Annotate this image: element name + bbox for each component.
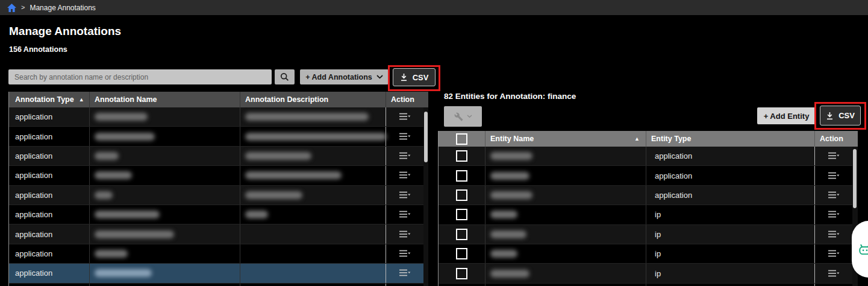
row-actions-menu-button[interactable]: [828, 152, 840, 160]
home-icon[interactable]: [7, 4, 16, 12]
entity-row[interactable]: ip: [439, 205, 858, 224]
annotation-description-cell: [240, 264, 386, 282]
annotation-name-cell: [90, 244, 240, 263]
entity-row[interactable]: ip: [439, 225, 858, 244]
breadcrumb-current[interactable]: Manage Annotations: [30, 4, 95, 12]
row-checkbox[interactable]: [456, 170, 467, 182]
annotation-description-cell: [240, 107, 386, 126]
row-actions-menu-button[interactable]: [828, 172, 840, 180]
checkbox-cell: [439, 264, 486, 282]
action-cell: [815, 284, 852, 286]
csv-export-annotations-button[interactable]: CSV: [393, 68, 436, 86]
redacted-text: [490, 250, 517, 258]
row-checkbox[interactable]: [456, 248, 467, 259]
row-actions-menu-button[interactable]: [399, 230, 411, 238]
add-entity-button[interactable]: + Add Entity: [757, 107, 816, 124]
chat-assistant-launcher[interactable]: [852, 221, 868, 278]
row-checkbox[interactable]: [456, 268, 467, 279]
csv-export-entities-button[interactable]: CSV: [820, 106, 861, 126]
sort-asc-icon: ▲: [634, 136, 640, 142]
annotation-type-cell: application: [9, 147, 90, 165]
row-actions-menu-button[interactable]: [828, 250, 840, 258]
row-actions-menu-button[interactable]: [399, 171, 411, 179]
row-actions-menu-button[interactable]: [399, 250, 411, 258]
redacted-text: [490, 172, 529, 180]
row-checkbox[interactable]: [456, 150, 467, 162]
entity-row[interactable]: [439, 284, 858, 286]
entity-row[interactable]: ip: [439, 264, 858, 283]
annotation-type-cell: application: [9, 186, 90, 205]
entity-row[interactable]: ip: [439, 244, 858, 264]
entity-name-cell: [486, 244, 646, 263]
row-actions-menu-button[interactable]: [828, 230, 840, 238]
annotation-description-cell: [240, 244, 386, 263]
annotation-count: 156 Annotations: [9, 45, 67, 54]
action-cell: [815, 205, 852, 224]
action-cell: [815, 244, 852, 263]
row-actions-menu-button[interactable]: [399, 191, 411, 199]
redacted-text: [245, 113, 369, 121]
row-checkbox[interactable]: [456, 189, 467, 201]
annotation-row[interactable]: application: [9, 186, 428, 205]
entity-type-cell: ip: [646, 264, 815, 282]
row-checkbox[interactable]: [456, 209, 467, 220]
search-button[interactable]: [275, 69, 295, 84]
annotation-type-cell: application: [9, 264, 90, 282]
column-header-annotation-type[interactable]: Annotation Type ▲: [9, 92, 90, 107]
row-actions-menu-button[interactable]: [399, 211, 411, 218]
annotation-name-cell: [90, 264, 240, 282]
annotation-row[interactable]: application: [9, 166, 428, 185]
row-actions-menu-button[interactable]: [828, 270, 840, 278]
annotation-row[interactable]: application: [9, 244, 428, 264]
row-actions-menu-button[interactable]: [399, 113, 411, 121]
row-actions-menu-button[interactable]: [399, 133, 411, 141]
annotation-name-cell: [90, 166, 240, 185]
add-annotations-label: + Add Annotations: [305, 73, 372, 81]
annotation-type-cell: application: [9, 244, 90, 263]
annotation-description-cell: [240, 224, 386, 243]
breadcrumb: > Manage Annotations: [0, 0, 868, 15]
row-actions-menu-button[interactable]: [828, 211, 840, 218]
checkbox-cell: [439, 225, 486, 244]
row-actions-menu-button[interactable]: [399, 152, 411, 160]
redacted-text: [245, 171, 342, 179]
row-actions-menu-button[interactable]: [828, 191, 840, 199]
entities-table-body: applicationapplicationapplicationipipipi…: [439, 147, 858, 286]
redacted-text: [95, 211, 160, 218]
entity-type-cell: application: [646, 186, 815, 205]
annotation-row[interactable]: application: [9, 127, 428, 146]
annotation-row[interactable]: [9, 284, 428, 286]
annotation-row[interactable]: application: [9, 205, 428, 224]
entity-row[interactable]: application: [439, 147, 858, 166]
row-checkbox[interactable]: [456, 229, 467, 240]
breadcrumb-separator: >: [21, 4, 25, 11]
annotations-scrollbar[interactable]: [423, 107, 428, 286]
column-header-annotation-name[interactable]: Annotation Name: [90, 92, 240, 107]
chevron-down-icon: [376, 75, 383, 79]
redacted-text: [95, 269, 152, 277]
scrollbar-thumb[interactable]: [424, 112, 428, 162]
action-cell: [386, 264, 423, 282]
row-actions-menu-button[interactable]: [399, 269, 411, 277]
scrollbar-thumb[interactable]: [853, 149, 857, 208]
annotation-description-cell: [240, 205, 386, 224]
column-header-annotation-description[interactable]: Annotation Description: [240, 92, 386, 107]
annotation-row[interactable]: application: [9, 107, 428, 127]
page-title: Manage Annotations: [9, 25, 121, 38]
redacted-text: [490, 191, 532, 199]
column-label: Annotation Type: [15, 95, 74, 104]
search-input[interactable]: [8, 69, 272, 84]
select-all-checkbox[interactable]: [456, 133, 467, 145]
add-entity-label: + Add Entity: [764, 112, 810, 121]
entity-name-cell: [486, 147, 646, 165]
annotation-row[interactable]: application: [9, 147, 428, 166]
column-header-action: Action: [815, 131, 852, 147]
annotation-row[interactable]: application: [9, 224, 428, 244]
entity-name-cell: [486, 225, 646, 244]
column-header-entity-name[interactable]: Entity Name ▲: [486, 131, 646, 147]
entity-row[interactable]: application: [439, 186, 858, 205]
column-header-entity-type[interactable]: Entity Type: [646, 131, 815, 147]
add-annotations-button[interactable]: + Add Annotations: [300, 69, 389, 84]
entity-row[interactable]: application: [439, 166, 858, 185]
annotation-row[interactable]: application: [9, 264, 428, 283]
